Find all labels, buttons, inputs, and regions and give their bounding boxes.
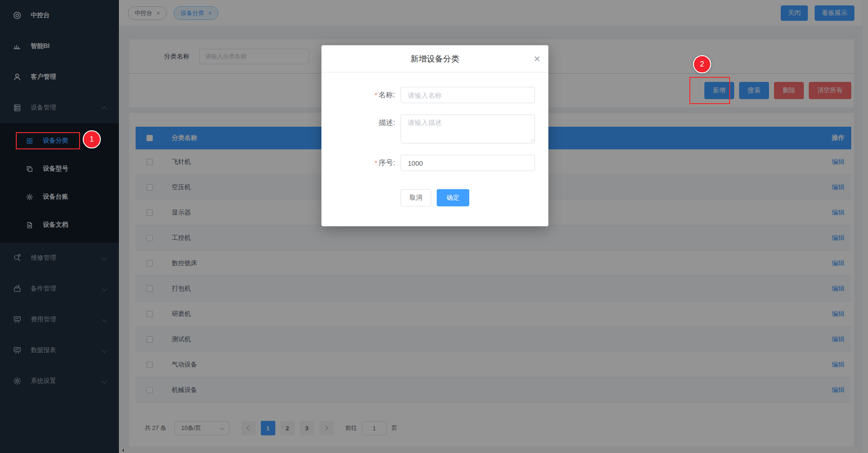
dialog-footer: 取消 确定 xyxy=(321,189,548,206)
dialog-close-icon[interactable]: × xyxy=(534,53,540,64)
required-asterisk: * xyxy=(375,159,377,167)
name-field-label: 名称: xyxy=(379,91,395,99)
description-textarea-wrap xyxy=(401,114,535,143)
cancel-button[interactable]: 取消 xyxy=(401,189,431,206)
sequence-field-row: *序号: xyxy=(321,155,548,171)
required-asterisk: * xyxy=(375,91,377,99)
annotation-box-step2 xyxy=(689,77,730,104)
name-input[interactable] xyxy=(401,87,535,103)
dialog-body: *名称: 描述: *序号: 取消 确定 xyxy=(321,72,548,206)
description-field-row: 描述: xyxy=(321,114,548,143)
dialog-header: 新增设备分类 × xyxy=(321,45,548,72)
annotation-badge-step1: 1 xyxy=(83,130,101,148)
add-category-dialog: 新增设备分类 × *名称: 描述: *序号: 取消 确定 xyxy=(321,45,548,226)
sequence-field-label: 序号: xyxy=(379,159,395,167)
name-field-row: *名称: xyxy=(321,87,548,103)
sequence-input[interactable] xyxy=(401,155,535,171)
annotation-box-step1 xyxy=(16,132,80,149)
dialog-title: 新增设备分类 xyxy=(410,53,459,64)
description-field-label: 描述: xyxy=(379,119,395,126)
description-textarea[interactable] xyxy=(401,114,535,143)
confirm-button[interactable]: 确定 xyxy=(437,189,469,206)
annotation-badge-step2: 2 xyxy=(693,55,711,73)
